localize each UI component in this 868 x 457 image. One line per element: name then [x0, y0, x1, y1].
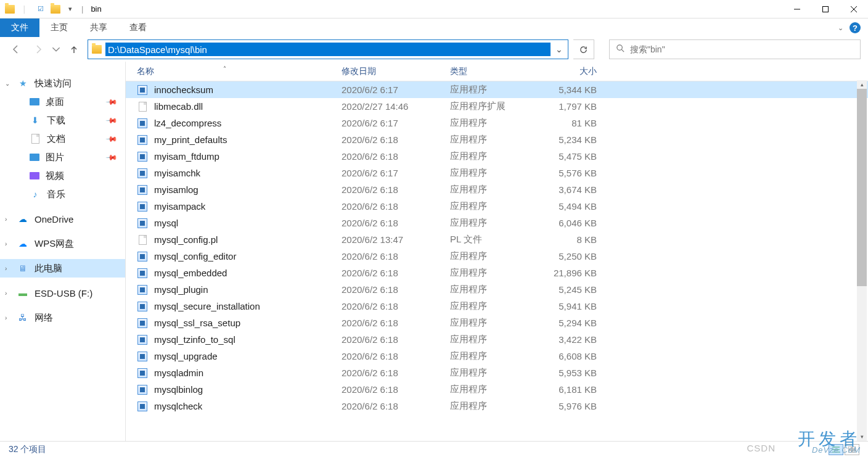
sidebar-onedrive[interactable]: ›☁OneDrive — [0, 210, 125, 228]
file-row[interactable]: myisamchk2020/6/2 6:17应用程序5,576 KB — [126, 165, 868, 181]
sidebar-pictures[interactable]: 图片📌 — [0, 148, 125, 167]
nav-forward-button[interactable] — [30, 41, 47, 58]
file-row[interactable]: myisamlog2020/6/2 6:18应用程序3,674 KB — [126, 181, 868, 198]
vertical-scrollbar[interactable]: ▴ ▾ — [857, 80, 867, 441]
file-name: mysql_plugin — [154, 284, 342, 295]
file-type: 应用程序 — [450, 384, 545, 395]
sidebar-item-label: ESD-USB (F:) — [35, 288, 92, 298]
chevron-down-icon[interactable]: ⌄ — [5, 80, 10, 87]
address-dropdown-icon[interactable]: ⌄ — [551, 44, 568, 54]
file-row[interactable]: libmecab.dll2020/2/27 14:46应用程序扩展1,797 K… — [126, 98, 868, 115]
file-date: 2020/6/2 6:18 — [342, 401, 450, 411]
file-row[interactable]: mysql_plugin2020/6/2 6:18应用程序5,245 KB — [126, 281, 868, 298]
file-row[interactable]: mysql_secure_installation2020/6/2 6:18应用… — [126, 298, 868, 315]
file-row[interactable]: innochecksum2020/6/2 6:17应用程序5,344 KB — [126, 81, 868, 98]
nav-up-button[interactable] — [65, 41, 83, 58]
file-row[interactable]: mysqladmin2020/6/2 6:18应用程序5,953 KB — [126, 364, 868, 381]
sidebar-downloads[interactable]: ⬇下载📌 — [0, 111, 125, 130]
file-size: 21,896 KB — [545, 268, 597, 278]
sidebar-network[interactable]: ›🖧网络 — [0, 308, 125, 327]
svg-rect-11 — [848, 450, 851, 453]
column-type[interactable]: 类型 — [450, 66, 545, 77]
file-type: 应用程序 — [450, 84, 545, 96]
pin-icon: 📌 — [105, 114, 118, 127]
file-row[interactable]: mysql_ssl_rsa_setup2020/6/2 6:18应用程序5,29… — [126, 315, 868, 331]
file-row[interactable]: mysql_upgrade2020/6/2 6:18应用程序6,608 KB — [126, 348, 868, 364]
nav-back-button[interactable] — [7, 41, 25, 58]
file-date: 2020/6/2 6:18 — [342, 218, 450, 228]
file-list[interactable]: innochecksum2020/6/2 6:17应用程序5,344 KBlib… — [126, 81, 868, 441]
address-input[interactable] — [105, 43, 551, 56]
scroll-down-icon[interactable]: ▾ — [857, 432, 867, 441]
chevron-right-icon[interactable]: › — [5, 315, 7, 321]
qat-folder-icon[interactable] — [51, 5, 60, 14]
tab-home[interactable]: 主页 — [39, 19, 79, 37]
column-size[interactable]: 大小 — [545, 66, 597, 77]
sidebar-quick-access[interactable]: ⌄ ★ 快速访问 — [0, 74, 125, 93]
sidebar-item-label: 快速访问 — [35, 78, 72, 89]
file-row[interactable]: mysql_config.pl2020/6/2 13:47PL 文件8 KB — [126, 231, 868, 248]
file-row[interactable]: myisam_ftdump2020/6/2 6:18应用程序5,475 KB — [126, 148, 868, 165]
title-bar: │ ☑ ▾ | bin — [0, 0, 868, 19]
file-row[interactable]: myisampack2020/6/2 6:18应用程序5,494 KB — [126, 198, 868, 215]
sidebar-item-label: 视频 — [46, 170, 64, 182]
nav-history-dropdown[interactable] — [52, 41, 60, 58]
search-box[interactable] — [609, 39, 861, 59]
file-icon — [137, 234, 148, 245]
refresh-button[interactable] — [573, 39, 594, 59]
file-size: 5,250 KB — [545, 251, 597, 261]
file-row[interactable]: lz4_decompress2020/6/2 6:17应用程序81 KB — [126, 115, 868, 131]
column-date[interactable]: 修改日期 — [342, 66, 450, 77]
file-row[interactable]: mysql_tzinfo_to_sql2020/6/2 6:18应用程序3,42… — [126, 331, 868, 348]
app-icon — [137, 201, 148, 212]
app-icon — [137, 384, 148, 395]
details-view-button[interactable] — [829, 444, 843, 455]
sidebar-this-pc[interactable]: ›🖥此电脑 — [0, 259, 125, 278]
file-name: mysqladmin — [154, 368, 342, 378]
scroll-thumb[interactable] — [857, 89, 867, 286]
maximize-button[interactable] — [811, 0, 840, 19]
file-row[interactable]: my_print_defaults2020/6/2 6:18应用程序5,234 … — [126, 131, 868, 148]
sidebar-music[interactable]: ♪音乐 — [0, 185, 125, 204]
app-icon — [137, 134, 148, 146]
search-input[interactable] — [630, 44, 854, 54]
sidebar-documents[interactable]: 文档📌 — [0, 130, 125, 148]
ribbon-collapse-icon[interactable]: ⌄ — [838, 24, 843, 32]
chevron-right-icon[interactable]: › — [5, 290, 7, 297]
address-bar[interactable]: ⌄ — [88, 39, 568, 59]
close-button[interactable] — [840, 0, 868, 19]
music-icon: ♪ — [30, 189, 41, 199]
address-folder-icon — [88, 45, 105, 54]
file-row[interactable]: mysql_config_editor2020/6/2 6:18应用程序5,25… — [126, 248, 868, 265]
qat-dropdown-icon[interactable]: ▾ — [64, 3, 76, 15]
file-row[interactable]: mysqlcheck2020/6/2 6:18应用程序5,976 KB — [126, 398, 868, 414]
minimize-button[interactable] — [783, 0, 811, 19]
sidebar-desktop[interactable]: 桌面📌 — [0, 93, 125, 111]
sidebar-videos[interactable]: 视频 — [0, 167, 125, 185]
qat-check-icon[interactable]: ☑ — [35, 3, 47, 15]
tab-share[interactable]: 共享 — [79, 19, 118, 37]
file-size: 6,181 KB — [545, 384, 597, 395]
file-row[interactable]: mysql2020/6/2 6:18应用程序6,046 KB — [126, 215, 868, 231]
network-icon: 🖧 — [17, 313, 28, 323]
tab-view[interactable]: 查看 — [118, 19, 158, 37]
file-name: mysqlcheck — [154, 401, 342, 411]
column-name[interactable]: 名称˄ — [137, 66, 342, 77]
file-row[interactable]: mysqlbinlog2020/6/2 6:18应用程序6,181 KB — [126, 381, 868, 398]
file-date: 2020/6/2 6:18 — [342, 151, 450, 162]
sidebar-item-label: 桌面 — [46, 96, 64, 108]
sidebar-item-label: 文档 — [47, 133, 65, 145]
chevron-right-icon[interactable]: › — [5, 265, 7, 272]
app-icon — [137, 168, 148, 179]
scroll-up-icon[interactable]: ▴ — [857, 80, 867, 89]
thumbnails-view-button[interactable] — [845, 444, 859, 455]
file-row[interactable]: mysql_embedded2020/6/2 6:18应用程序21,896 KB — [126, 265, 868, 281]
chevron-right-icon[interactable]: › — [5, 241, 7, 247]
sidebar-wps[interactable]: ›☁WPS网盘 — [0, 234, 125, 253]
chevron-right-icon[interactable]: › — [5, 216, 7, 223]
sidebar-esd-usb[interactable]: ›▬ESD-USB (F:) — [0, 284, 125, 302]
svg-rect-9 — [848, 447, 851, 449]
help-icon[interactable]: ? — [850, 22, 861, 33]
column-label: 名称 — [137, 66, 154, 76]
tab-file[interactable]: 文件 — [0, 19, 39, 37]
